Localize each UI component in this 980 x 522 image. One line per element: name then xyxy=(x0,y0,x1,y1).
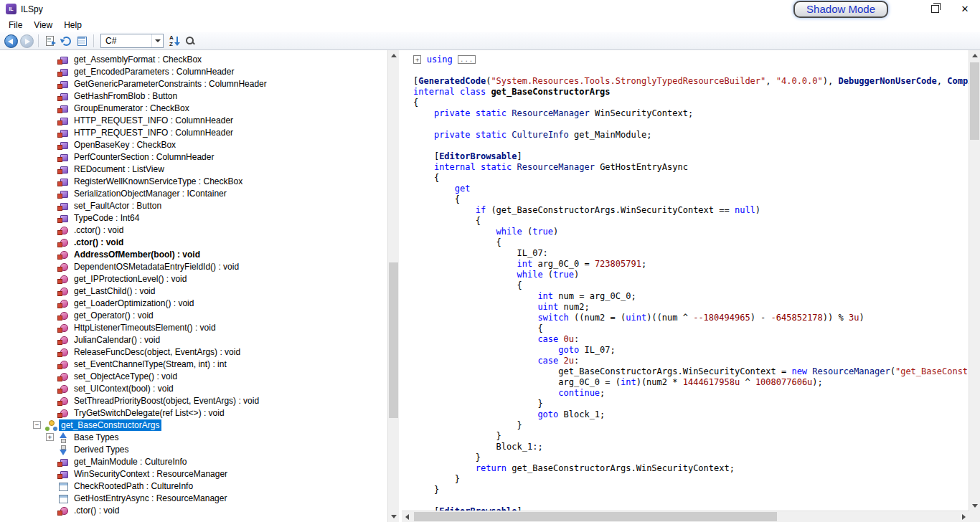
close-button[interactable]: ✕ xyxy=(950,0,980,18)
scroll-left-button[interactable] xyxy=(402,511,413,522)
refresh-button[interactable] xyxy=(58,33,74,49)
tree-item[interactable]: get_IPProtectionLevel() : void xyxy=(0,272,388,285)
scroll-up-button[interactable] xyxy=(388,50,399,61)
tree-item[interactable]: GroupEnumerator : CheckBox xyxy=(0,102,388,114)
code-token: goto xyxy=(537,409,558,419)
tree-item[interactable]: DependentOSMetadataEntryFieldId() : void xyxy=(0,260,388,272)
menu-file[interactable]: File xyxy=(3,19,28,32)
method-icon xyxy=(57,359,69,370)
tree-item[interactable]: AddressOfMember(bool) : void xyxy=(0,248,388,260)
code-token: ) xyxy=(755,205,760,215)
tree-item[interactable]: PerfCounterSection : ColumnHeader xyxy=(0,151,388,163)
tree-item[interactable]: GetGenericParameterConstraints : ColumnH… xyxy=(0,77,388,90)
scrollbar-thumb[interactable] xyxy=(389,262,398,418)
restore-button[interactable] xyxy=(920,0,950,18)
collapse-icon[interactable]: − xyxy=(33,421,41,429)
tree-item[interactable]: HttpListenerTimeoutsElement() : void xyxy=(0,321,388,333)
field-icon xyxy=(57,54,69,65)
tree-item[interactable]: set_FaultActor : Button xyxy=(0,199,388,212)
code-token: } xyxy=(413,474,460,484)
tree-scrollbar[interactable] xyxy=(387,50,399,522)
scrollbar-thumb[interactable] xyxy=(970,62,979,140)
tree-item[interactable]: HTTP_REQUEST_INFO : ColumnHeader xyxy=(0,126,388,138)
tree-item[interactable]: get_Operator() : void xyxy=(0,309,388,321)
tree-item-label: TypeCode : Int64 xyxy=(72,212,141,224)
assembly-list-button[interactable] xyxy=(74,33,90,49)
tree-item[interactable]: get_LastChild() : void xyxy=(0,285,388,297)
tree-item[interactable]: SerializationObjectManager : IContainer xyxy=(0,187,388,199)
method-icon xyxy=(57,310,69,321)
tree-item-label: set_FaultActor : Button xyxy=(72,200,164,212)
tree-item[interactable]: TypeCode : Int64 xyxy=(0,212,388,224)
tree-item[interactable]: OpenBaseKey : CheckBox xyxy=(0,138,388,151)
tree-item-label: Base Types xyxy=(72,432,121,443)
code-token: IL_07: xyxy=(413,248,548,258)
expander-spacer xyxy=(46,165,54,173)
code-token: num = arg_0C_0; xyxy=(553,291,636,301)
language-combobox[interactable]: C# xyxy=(100,34,164,48)
expander-spacer xyxy=(46,494,54,502)
open-file-button[interactable] xyxy=(42,33,58,49)
sort-assemblies-button[interactable]: AZ xyxy=(166,33,182,49)
code-token: ) xyxy=(553,227,558,237)
menu-help[interactable]: Help xyxy=(58,19,88,32)
tree-item[interactable]: get_AssemblyFormat : CheckBox xyxy=(0,53,388,65)
code-token: new xyxy=(791,366,807,376)
scroll-down-button[interactable] xyxy=(388,511,399,522)
tree-item[interactable]: get_EncodedParameters : ColumnHeader xyxy=(0,65,388,77)
fold-expander-icon[interactable]: + xyxy=(413,55,421,64)
scroll-right-button[interactable] xyxy=(958,511,969,522)
code-editor[interactable]: + using ... [GeneratedCode("System.Resou… xyxy=(402,50,969,511)
scroll-down-button[interactable] xyxy=(969,500,980,511)
tree-item[interactable]: HTTP_REQUEST_INFO : ColumnHeader xyxy=(0,114,388,126)
method-icon xyxy=(57,346,69,358)
expander-spacer xyxy=(46,384,54,392)
scrollbar-thumb[interactable] xyxy=(414,512,777,521)
tree-item[interactable]: set_EventChannelType(Stream, int) : int xyxy=(0,358,388,370)
code-line: goto Block_1; xyxy=(413,409,969,420)
tree-item[interactable]: JulianCalendar() : void xyxy=(0,333,388,346)
tree-item[interactable]: set_ObjectAceType() : void xyxy=(0,370,388,382)
tree-item[interactable]: −get_BaseConstructorArgs xyxy=(0,419,388,431)
shadow-mode-button[interactable]: Shadow Mode xyxy=(793,1,888,18)
tree-item[interactable]: CheckRootedPath : CultureInfo xyxy=(0,480,388,492)
tree-item[interactable]: set_UIContext(bool) : void xyxy=(0,382,388,394)
tree-item[interactable]: REDocument : ListView xyxy=(0,163,388,175)
tree-item[interactable]: .ctor() : void xyxy=(0,504,388,516)
code-line: [GeneratedCode("System.Resources.Tools.S… xyxy=(413,76,969,87)
collapsed-region-icon[interactable]: ... xyxy=(458,55,476,64)
expander-spacer xyxy=(46,238,54,246)
tree-item[interactable]: RegisterWellKnownServiceType : CheckBox xyxy=(0,175,388,187)
code-token: { xyxy=(413,173,439,183)
chevron-down-icon[interactable] xyxy=(151,34,163,47)
tree-item[interactable]: .cctor() : void xyxy=(0,224,388,236)
code-horizontal-scrollbar[interactable] xyxy=(402,511,969,522)
menu-view[interactable]: View xyxy=(28,19,58,32)
tree[interactable]: get_AssemblyFormat : CheckBoxget_Encoded… xyxy=(0,50,388,522)
tree-item[interactable]: GetHashFromBlob : Button xyxy=(0,90,388,102)
code-token: : xyxy=(574,334,579,344)
tree-item[interactable]: WinSecurityContext : ResourceManager xyxy=(0,468,388,480)
tree-item[interactable]: .ctor() : void xyxy=(0,236,388,248)
forward-button[interactable] xyxy=(19,33,34,49)
field-icon xyxy=(57,456,69,468)
tree-item[interactable]: TryGetSwitchDelegate(ref List<>) : void xyxy=(0,407,388,419)
code-vertical-scrollbar[interactable] xyxy=(969,50,980,511)
expand-icon[interactable]: + xyxy=(46,433,54,441)
search-button[interactable] xyxy=(182,33,198,49)
tree-item[interactable]: SetThreadPriorityBoost(object, EventArgs… xyxy=(0,394,388,407)
tree-item[interactable]: +Base Types xyxy=(0,431,388,443)
code-token: ( xyxy=(890,366,895,376)
tree-item[interactable]: GetHostEntryAsync : ResourceManager xyxy=(0,492,388,504)
field-icon xyxy=(57,200,69,212)
back-button[interactable] xyxy=(3,33,19,49)
code-line: { xyxy=(413,98,969,108)
tree-item[interactable]: get_MainModule : CultureInfo xyxy=(0,455,388,468)
tree-item[interactable]: ReleaseFuncDesc(object, EventArgs) : voi… xyxy=(0,346,388,358)
tree-item-label: HttpListenerTimeoutsElement() : void xyxy=(72,322,218,333)
scroll-up-button[interactable] xyxy=(969,50,980,61)
tree-item[interactable]: get_LoaderOptimization() : void xyxy=(0,297,388,309)
code-token xyxy=(413,270,517,280)
window-title: ILSpy xyxy=(21,4,43,14)
tree-item[interactable]: Derived Types xyxy=(0,443,388,455)
